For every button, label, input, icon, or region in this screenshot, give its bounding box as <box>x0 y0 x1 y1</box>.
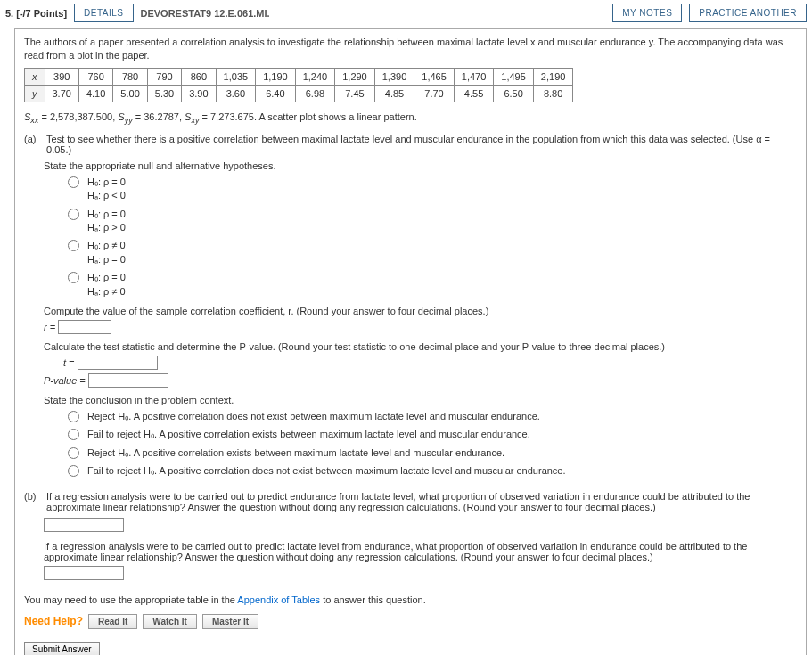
state-hypotheses: State the appropriate null and alternati… <box>44 160 797 171</box>
conclusion-option-4: Fail to reject H₀. A positive correlatio… <box>63 464 797 478</box>
points-label: 5. [-/7 Points] <box>5 8 67 19</box>
question-header: 5. [-/7 Points] DETAILS DEVORESTAT9 12.E… <box>0 0 812 26</box>
conclusion-option-3: Reject H₀. A positive correlation exists… <box>63 446 797 460</box>
need-help-label: Need Help? <box>24 615 83 627</box>
data-table: x 390760 780790 8601,035 1,1901,240 1,29… <box>24 68 573 102</box>
submit-answer-button[interactable]: Submit Answer <box>24 642 100 655</box>
row-label-y: y <box>25 85 45 102</box>
conclusion-option-1: Reject H₀. A positive correlation does n… <box>63 410 797 423</box>
radio-concl-2[interactable] <box>68 429 79 440</box>
r-label: r = <box>44 322 58 332</box>
r-input[interactable] <box>58 320 111 334</box>
calc-t-text: Calculate the test statistic and determi… <box>44 341 797 352</box>
part-b: (b) If a regression analysis were to be … <box>24 491 797 512</box>
hypothesis-option-3: H₀: ρ ≠ 0 Hₐ: ρ = 0 <box>63 239 797 266</box>
state-conclusion: State the conclusion in the problem cont… <box>44 395 797 405</box>
table-row-y: y 3.704.10 5.005.30 3.903.60 6.406.98 7.… <box>25 85 573 102</box>
part-a-label: (a) <box>24 134 44 144</box>
table-row-x: x 390760 780790 8601,035 1,1901,240 1,29… <box>25 68 573 85</box>
question-body: The authors of a paper presented a corre… <box>14 28 807 655</box>
radio-hyp-3[interactable] <box>68 240 79 251</box>
compute-r-text: Compute the value of the sample correlat… <box>44 306 797 316</box>
part-b-q2: If a regression analysis were to be carr… <box>44 541 797 562</box>
partb-input-1[interactable] <box>44 518 124 532</box>
practice-another-button[interactable]: PRACTICE ANOTHER <box>689 4 807 22</box>
hypothesis-option-2: H₀: ρ = 0 Hₐ: ρ > 0 <box>63 208 797 235</box>
radio-hyp-2[interactable] <box>68 209 79 220</box>
radio-concl-1[interactable] <box>68 411 79 422</box>
stats-line: Sxx = 2,578,387.500, Syy = 36.2787, Sxy … <box>24 111 797 125</box>
part-a-question: Test to see whether there is a positive … <box>46 134 792 155</box>
hypothesis-option-1: H₀: ρ = 0 Hₐ: ρ < 0 <box>63 176 797 203</box>
radio-concl-3[interactable] <box>68 447 79 459</box>
pvalue-label: P-value = <box>44 375 88 386</box>
part-b-q1: If a regression analysis were to be carr… <box>46 491 792 512</box>
radio-concl-4[interactable] <box>68 465 79 477</box>
master-it-button[interactable]: Master It <box>202 614 258 629</box>
part-b-label: (b) <box>24 491 44 502</box>
details-button[interactable]: DETAILS <box>74 4 133 22</box>
pvalue-input[interactable] <box>88 373 168 388</box>
part-a: (a) Test to see whether there is a posit… <box>24 134 797 155</box>
read-it-button[interactable]: Read It <box>88 614 137 629</box>
radio-hyp-4[interactable] <box>68 272 79 283</box>
t-input[interactable] <box>78 356 158 370</box>
t-label: t = <box>63 357 78 368</box>
watch-it-button[interactable]: Watch It <box>143 614 197 629</box>
intro-text: The authors of a paper presented a corre… <box>24 36 797 62</box>
conclusion-option-2: Fail to reject H₀. A positive correlatio… <box>63 428 797 441</box>
my-notes-button[interactable]: MY NOTES <box>612 4 682 22</box>
appendix-link[interactable]: Appendix of Tables <box>237 594 320 605</box>
radio-hyp-1[interactable] <box>68 176 79 188</box>
row-label-x: x <box>25 68 45 85</box>
partb-input-2[interactable] <box>44 566 124 580</box>
book-reference: DEVORESTAT9 12.E.061.MI. <box>141 8 270 19</box>
appendix-note: You may need to use the appropriate tabl… <box>24 594 797 605</box>
hypothesis-option-4: H₀: ρ = 0 Hₐ: ρ ≠ 0 <box>63 271 797 299</box>
